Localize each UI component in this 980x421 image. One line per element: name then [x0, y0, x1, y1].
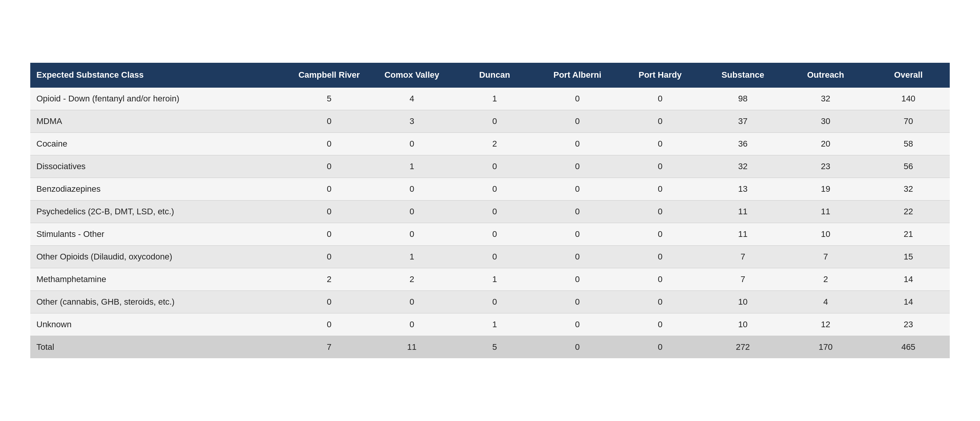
- table-cell-comox_valley: 0: [370, 132, 453, 155]
- table-cell-campbell_river: 0: [288, 245, 370, 268]
- footer-duncan: 5: [453, 336, 536, 358]
- header-port-alberni: Port Alberni: [536, 63, 619, 88]
- table-cell-class: Unknown: [30, 313, 288, 336]
- table-cell-port_alberni: 0: [536, 290, 619, 313]
- table-cell-class: Benzodiazepines: [30, 178, 288, 200]
- table-cell-outreach: 4: [784, 290, 867, 313]
- table-cell-comox_valley: 4: [370, 88, 453, 110]
- footer-port-hardy: 0: [619, 336, 701, 358]
- table-row: Unknown00100101223: [30, 313, 950, 336]
- table-cell-campbell_river: 0: [288, 200, 370, 223]
- table-cell-class: Stimulants - Other: [30, 223, 288, 245]
- table-cell-overall: 15: [867, 245, 950, 268]
- table-cell-campbell_river: 0: [288, 178, 370, 200]
- table-cell-substance: 13: [701, 178, 784, 200]
- table-cell-campbell_river: 5: [288, 88, 370, 110]
- table-cell-class: Other Opioids (Dilaudid, oxycodone): [30, 245, 288, 268]
- table-cell-port_alberni: 0: [536, 88, 619, 110]
- table-cell-class: Psychedelics (2C-B, DMT, LSD, etc.): [30, 200, 288, 223]
- table-cell-substance: 7: [701, 245, 784, 268]
- table-cell-class: Dissociatives: [30, 155, 288, 178]
- table-cell-port_hardy: 0: [619, 178, 701, 200]
- table-cell-substance: 10: [701, 313, 784, 336]
- table-row: Dissociatives01000322356: [30, 155, 950, 178]
- table-cell-comox_valley: 2: [370, 268, 453, 290]
- substance-table: Expected Substance Class Campbell River …: [30, 63, 950, 358]
- table-cell-outreach: 30: [784, 110, 867, 132]
- table-cell-overall: 140: [867, 88, 950, 110]
- footer-row: Total 7 11 5 0 0 272 170 465: [30, 336, 950, 358]
- table-cell-comox_valley: 0: [370, 290, 453, 313]
- table-cell-outreach: 10: [784, 223, 867, 245]
- header-overall: Overall: [867, 63, 950, 88]
- table-cell-outreach: 23: [784, 155, 867, 178]
- table-cell-substance: 10: [701, 290, 784, 313]
- table-cell-campbell_river: 0: [288, 132, 370, 155]
- footer-label: Total: [30, 336, 288, 358]
- table-cell-comox_valley: 0: [370, 313, 453, 336]
- table-cell-port_hardy: 0: [619, 313, 701, 336]
- table-cell-outreach: 20: [784, 132, 867, 155]
- footer-port-alberni: 0: [536, 336, 619, 358]
- table-cell-outreach: 12: [784, 313, 867, 336]
- table-cell-outreach: 2: [784, 268, 867, 290]
- table-cell-duncan: 0: [453, 178, 536, 200]
- table-cell-overall: 21: [867, 223, 950, 245]
- table-cell-overall: 23: [867, 313, 950, 336]
- table-cell-overall: 22: [867, 200, 950, 223]
- table-cell-campbell_river: 0: [288, 313, 370, 336]
- table-cell-port_hardy: 0: [619, 223, 701, 245]
- table-cell-outreach: 11: [784, 200, 867, 223]
- table-cell-port_hardy: 0: [619, 290, 701, 313]
- table-row: Methamphetamine221007214: [30, 268, 950, 290]
- table-cell-substance: 98: [701, 88, 784, 110]
- table-cell-port_alberni: 0: [536, 313, 619, 336]
- table-cell-substance: 32: [701, 155, 784, 178]
- table-cell-comox_valley: 0: [370, 178, 453, 200]
- table-cell-port_hardy: 0: [619, 132, 701, 155]
- table-cell-overall: 32: [867, 178, 950, 200]
- table-cell-duncan: 0: [453, 245, 536, 268]
- table-row: Stimulants - Other00000111021: [30, 223, 950, 245]
- table-cell-port_hardy: 0: [619, 110, 701, 132]
- table-cell-comox_valley: 1: [370, 155, 453, 178]
- header-campbell-river: Campbell River: [288, 63, 370, 88]
- table-cell-overall: 58: [867, 132, 950, 155]
- table-cell-port_hardy: 0: [619, 155, 701, 178]
- table-cell-port_alberni: 0: [536, 178, 619, 200]
- table-cell-duncan: 2: [453, 132, 536, 155]
- table-cell-outreach: 19: [784, 178, 867, 200]
- table-cell-substance: 37: [701, 110, 784, 132]
- table-cell-substance: 7: [701, 268, 784, 290]
- table-cell-overall: 56: [867, 155, 950, 178]
- table-row: MDMA03000373070: [30, 110, 950, 132]
- table-cell-port_alberni: 0: [536, 268, 619, 290]
- table-cell-overall: 14: [867, 290, 950, 313]
- table-cell-duncan: 0: [453, 110, 536, 132]
- table-row: Opioid - Down (fentanyl and/or heroin)54…: [30, 88, 950, 110]
- header-row: Expected Substance Class Campbell River …: [30, 63, 950, 88]
- table-row: Other (cannabis, GHB, steroids, etc.)000…: [30, 290, 950, 313]
- table-cell-port_hardy: 0: [619, 88, 701, 110]
- table-cell-campbell_river: 0: [288, 110, 370, 132]
- header-substance-class: Expected Substance Class: [30, 63, 288, 88]
- table-cell-duncan: 1: [453, 313, 536, 336]
- table-cell-port_alberni: 0: [536, 223, 619, 245]
- table-cell-class: MDMA: [30, 110, 288, 132]
- table-cell-substance: 11: [701, 200, 784, 223]
- footer-campbell-river: 7: [288, 336, 370, 358]
- table-cell-duncan: 0: [453, 200, 536, 223]
- table-cell-campbell_river: 0: [288, 290, 370, 313]
- table-cell-comox_valley: 1: [370, 245, 453, 268]
- table-row: Cocaine00200362058: [30, 132, 950, 155]
- table-cell-duncan: 0: [453, 290, 536, 313]
- table-cell-class: Methamphetamine: [30, 268, 288, 290]
- table-cell-port_hardy: 0: [619, 268, 701, 290]
- table-cell-overall: 14: [867, 268, 950, 290]
- table-cell-overall: 70: [867, 110, 950, 132]
- table-cell-port_alberni: 0: [536, 245, 619, 268]
- header-outreach: Outreach: [784, 63, 867, 88]
- table-body: Opioid - Down (fentanyl and/or heroin)54…: [30, 88, 950, 336]
- table-cell-port_alberni: 0: [536, 200, 619, 223]
- table-cell-duncan: 0: [453, 223, 536, 245]
